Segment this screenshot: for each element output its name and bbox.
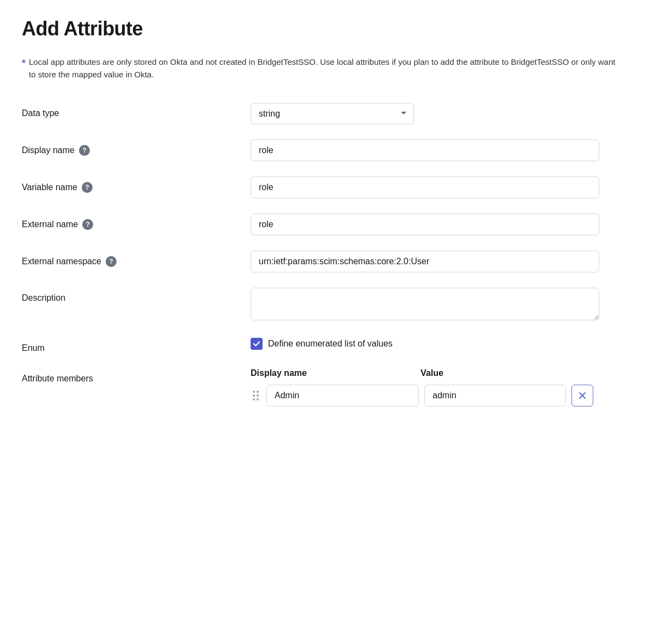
display-name-row: Display name ?: [22, 139, 635, 161]
external-name-label: External name ?: [22, 214, 251, 230]
external-name-input[interactable]: [251, 214, 599, 235]
enum-label: Enum: [22, 338, 251, 353]
info-banner-text: Local app attributes are only stored on …: [29, 56, 621, 81]
enum-control: Define enumerated list of values: [251, 338, 599, 350]
external-namespace-input[interactable]: [251, 251, 599, 272]
external-namespace-row: External namespace ?: [22, 251, 635, 272]
drag-dot: [257, 394, 259, 397]
drag-dot: [253, 394, 255, 397]
display-name-input[interactable]: [251, 139, 599, 161]
member-display-name-input[interactable]: [266, 385, 419, 406]
display-name-help-icon[interactable]: ?: [79, 145, 90, 156]
external-name-help-icon[interactable]: ?: [82, 219, 93, 230]
external-name-control: [251, 214, 599, 235]
display-name-label: Display name ?: [22, 139, 251, 156]
attribute-member-row: [251, 385, 635, 406]
enum-checkbox-row: Define enumerated list of values: [251, 338, 599, 350]
enum-row: Enum Define enumerated list of values: [22, 338, 635, 353]
page-title: Add Attribute: [22, 17, 635, 40]
variable-name-help-icon[interactable]: ?: [82, 182, 93, 193]
data-type-label: Data type: [22, 103, 251, 118]
external-namespace-control: [251, 251, 599, 272]
description-control: [251, 288, 599, 323]
member-value-input[interactable]: [424, 385, 566, 406]
display-name-control: [251, 139, 599, 161]
data-type-row: Data type string boolean integer number: [22, 103, 635, 124]
info-asterisk: *: [22, 56, 26, 71]
external-namespace-label: External namespace ?: [22, 251, 251, 267]
variable-name-control: [251, 177, 599, 198]
col-header-value: Value: [421, 368, 562, 378]
attribute-members-row: Attribute members Display name Value: [22, 368, 635, 411]
description-label: Description: [22, 288, 251, 303]
description-row: Description: [22, 288, 635, 323]
variable-name-input[interactable]: [251, 177, 599, 198]
info-banner: * Local app attributes are only stored o…: [22, 56, 621, 81]
attribute-members-label: Attribute members: [22, 368, 251, 384]
drag-handle[interactable]: [251, 388, 261, 403]
enum-checkbox[interactable]: [251, 338, 263, 350]
drag-dot: [257, 398, 259, 400]
drag-dot: [253, 391, 255, 393]
col-header-display: Display name: [251, 368, 403, 378]
drag-dot: [253, 398, 255, 400]
description-input[interactable]: [251, 288, 599, 320]
enum-checkbox-label: Define enumerated list of values: [268, 339, 393, 349]
external-namespace-help-icon[interactable]: ?: [106, 256, 117, 267]
drag-dot: [257, 391, 259, 393]
attribute-members-control: Display name Value: [251, 368, 635, 411]
variable-name-row: Variable name ?: [22, 177, 635, 198]
external-name-row: External name ?: [22, 214, 635, 235]
data-type-control: string boolean integer number: [251, 103, 599, 124]
data-type-select[interactable]: string boolean integer number: [251, 103, 414, 124]
variable-name-label: Variable name ?: [22, 177, 251, 193]
remove-member-button[interactable]: [571, 385, 593, 406]
attr-members-headers: Display name Value: [251, 368, 635, 378]
